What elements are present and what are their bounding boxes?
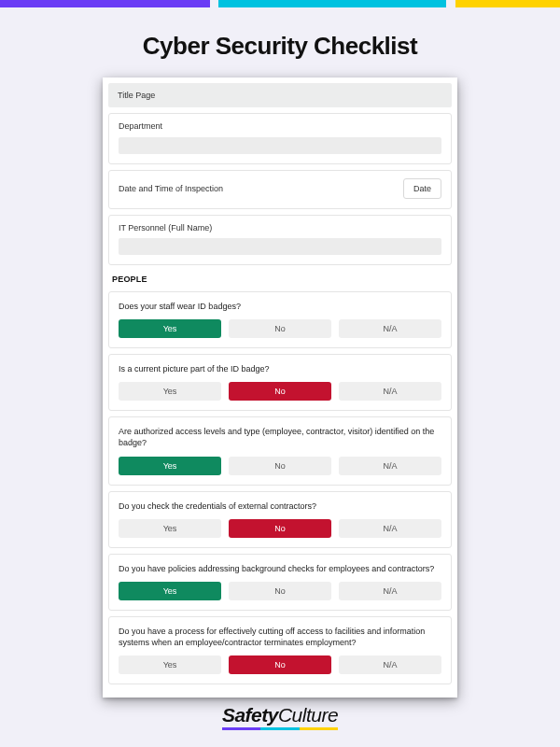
choice-no-button[interactable]: No (229, 382, 331, 401)
choice-na-button[interactable]: N/A (339, 457, 441, 475)
page-title: Cyber Security Checklist (0, 32, 560, 61)
choice-yes-button[interactable]: Yes (119, 519, 221, 538)
accent-bar (0, 0, 560, 7)
choice-no-button[interactable]: No (229, 582, 331, 600)
question-text: Do you check the credentials of external… (119, 500, 441, 512)
choice-no-button[interactable]: No (229, 319, 331, 338)
question-card: Do you check the credentials of external… (108, 491, 452, 548)
question-text: Do you have a process for effectively cu… (119, 626, 441, 648)
choice-yes-button[interactable]: Yes (119, 382, 221, 401)
personnel-input[interactable] (119, 238, 441, 255)
question-card: Do you have a process for effectively cu… (108, 616, 452, 684)
department-label: Department (119, 121, 441, 131)
choice-yes-button[interactable]: Yes (119, 319, 221, 338)
choice-na-button[interactable]: N/A (339, 519, 441, 538)
section-header-title-page: Title Page (108, 83, 452, 107)
question-card: Are authorized access levels and type (e… (108, 416, 452, 485)
question-text: Are authorized access levels and type (e… (119, 426, 441, 448)
question-text: Is a current picture part of the ID badg… (119, 363, 441, 374)
question-text: Does your staff wear ID badges? (119, 301, 441, 312)
question-card: Does your staff wear ID badges?YesNoN/A (108, 291, 452, 348)
choice-na-button[interactable]: N/A (339, 319, 441, 338)
personnel-label: IT Personnel (Full Name) (119, 223, 441, 233)
choice-row: YesNoN/A (119, 319, 441, 338)
group-label-people: PEOPLE (112, 275, 448, 284)
choice-row: YesNoN/A (119, 655, 441, 674)
choice-no-button[interactable]: No (229, 655, 331, 674)
choice-na-button[interactable]: N/A (339, 582, 441, 600)
brand-logo: SafetyCulture (0, 704, 560, 726)
question-text: Do you have policies addressing backgrou… (119, 563, 441, 574)
brand-light: Culture (278, 704, 338, 726)
department-input[interactable] (119, 137, 441, 154)
choice-row: YesNoN/A (119, 519, 441, 538)
field-card-datetime: Date and Time of Inspection Date (108, 170, 452, 209)
brand-bold: Safety (222, 704, 278, 726)
choice-yes-button[interactable]: Yes (119, 457, 221, 475)
choice-row: YesNoN/A (119, 457, 441, 475)
datetime-label: Date and Time of Inspection (119, 184, 223, 193)
field-card-department: Department (108, 113, 452, 164)
question-card: Is a current picture part of the ID badg… (108, 354, 452, 411)
date-button[interactable]: Date (403, 178, 441, 199)
choice-na-button[interactable]: N/A (339, 655, 441, 674)
question-card: Do you have policies addressing backgrou… (108, 554, 452, 611)
choice-na-button[interactable]: N/A (339, 382, 441, 401)
choice-no-button[interactable]: No (229, 519, 331, 538)
choice-row: YesNoN/A (119, 582, 441, 600)
checklist-panel: Title Page Department Date and Time of I… (103, 78, 457, 698)
choice-no-button[interactable]: No (229, 457, 331, 475)
choice-row: YesNoN/A (119, 382, 441, 401)
choice-yes-button[interactable]: Yes (119, 655, 221, 674)
choice-yes-button[interactable]: Yes (119, 582, 221, 600)
field-card-personnel: IT Personnel (Full Name) (108, 215, 452, 266)
